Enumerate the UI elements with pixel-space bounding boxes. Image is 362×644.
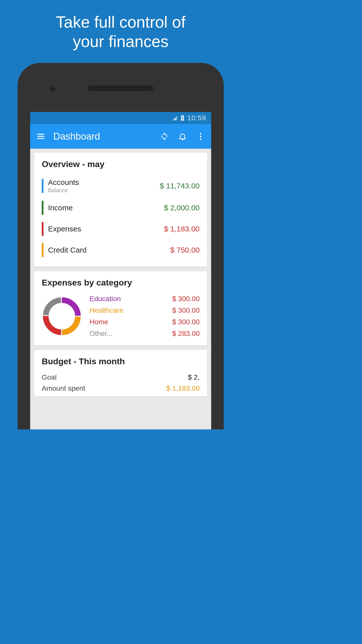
battery-charging-icon — [181, 115, 184, 121]
overview-amount: $ 11,743.00 — [160, 182, 200, 190]
budget-amount: $ 1,183.00 — [166, 384, 200, 392]
overview-row[interactable]: AccountsBalance$ 11,743.00 — [42, 175, 200, 197]
expense-row[interactable]: Healthcare$ 300.00 — [89, 305, 200, 316]
appbar: Dashboard — [30, 124, 211, 149]
hero-text: Take full control of your finances — [0, 0, 241, 51]
overview-color-bar — [42, 243, 43, 257]
expense-amount: $ 300.00 — [172, 306, 200, 314]
overview-label: Expenses — [48, 225, 164, 233]
overview-color-bar — [42, 201, 43, 215]
overview-color-bar — [42, 222, 43, 236]
expense-label: Healthcare — [89, 306, 123, 314]
donut-slice — [62, 300, 78, 316]
overview-amount: $ 750.00 — [170, 246, 200, 254]
expense-amount: $ 283.00 — [172, 330, 200, 338]
svg-rect-1 — [182, 115, 183, 116]
overview-label: Income — [48, 204, 164, 212]
more-icon[interactable] — [195, 131, 206, 142]
overview-card[interactable]: Overview - may AccountsBalance$ 11,743.0… — [34, 153, 207, 267]
svg-point-2 — [200, 133, 201, 134]
overview-title: Overview - may — [42, 159, 200, 169]
svg-point-3 — [200, 136, 201, 137]
overview-amount: $ 2,000.00 — [164, 204, 200, 212]
overview-sublabel: Balance — [48, 187, 160, 194]
phone-frame: 10:59 Dashboard Overview - may AccountsB… — [18, 63, 224, 429]
budget-title: Budget - This month — [42, 356, 200, 366]
overview-label: Credit Card — [48, 246, 170, 254]
statusbar-time: 10:59 — [187, 114, 206, 122]
expense-row[interactable]: Education$ 300.00 — [89, 293, 200, 305]
statusbar: 10:59 — [30, 112, 211, 124]
overview-row[interactable]: Income$ 2,000.00 — [42, 197, 200, 218]
expense-label: Other... — [89, 330, 113, 338]
expense-amount: $ 300.00 — [172, 295, 200, 303]
overview-amount: $ 1,183.00 — [164, 225, 200, 233]
page-title: Dashboard — [53, 131, 152, 142]
donut-slice — [46, 316, 61, 332]
overview-row[interactable]: Expenses$ 1,183.00 — [42, 218, 200, 239]
hero-line-1: Take full control of — [0, 13, 241, 32]
expense-row[interactable]: Other...$ 283.00 — [89, 328, 200, 339]
budget-card[interactable]: Budget - This month Goal$ 2,Amount spent… — [34, 350, 207, 396]
svg-point-4 — [200, 138, 201, 140]
expenses-card[interactable]: Expenses by category Education$ 300.00He… — [34, 271, 207, 345]
expense-label: Home — [89, 318, 108, 326]
overview-color-bar — [42, 179, 43, 193]
phone-camera — [50, 87, 55, 92]
expense-amount: $ 300.00 — [172, 318, 200, 326]
overview-label: Accounts — [48, 178, 160, 187]
expense-row[interactable]: Home$ 300.00 — [89, 316, 200, 328]
budget-row: Amount spent$ 1,183.00 — [42, 383, 200, 394]
expense-label: Education — [89, 295, 121, 303]
sync-icon[interactable] — [159, 131, 170, 142]
signal-icon — [172, 115, 178, 121]
overview-row[interactable]: Credit Card$ 750.00 — [42, 239, 200, 261]
phone-screen: 10:59 Dashboard Overview - may AccountsB… — [30, 112, 211, 429]
budget-row: Goal$ 2, — [42, 372, 200, 383]
expenses-donut-chart — [42, 296, 82, 336]
phone-speaker — [88, 86, 153, 91]
budget-label: Goal — [42, 373, 57, 381]
hero-line-2: your finances — [0, 32, 241, 51]
menu-icon[interactable] — [35, 131, 46, 142]
donut-slice — [46, 300, 61, 315]
bell-icon[interactable] — [177, 131, 188, 142]
expenses-title: Expenses by category — [42, 278, 200, 288]
budget-label: Amount spent — [42, 384, 85, 392]
budget-amount: $ 2, — [188, 373, 200, 381]
donut-slice — [62, 316, 78, 332]
